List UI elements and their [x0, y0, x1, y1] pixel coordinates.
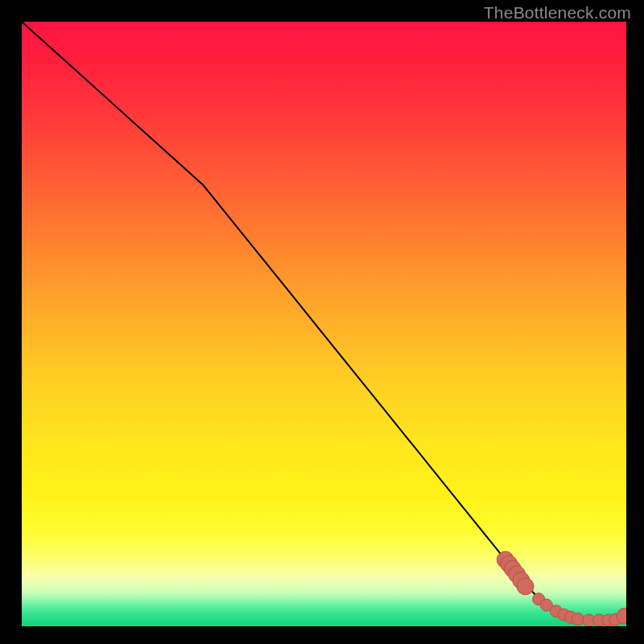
data-point	[517, 578, 534, 595]
data-points	[497, 551, 626, 626]
plot-area	[22, 22, 626, 626]
curve-line	[22, 22, 626, 620]
watermark-text: TheBottleneck.com	[484, 3, 631, 23]
data-point	[572, 613, 584, 625]
chart-stage: TheBottleneck.com	[0, 0, 644, 644]
chart-svg	[22, 22, 626, 626]
